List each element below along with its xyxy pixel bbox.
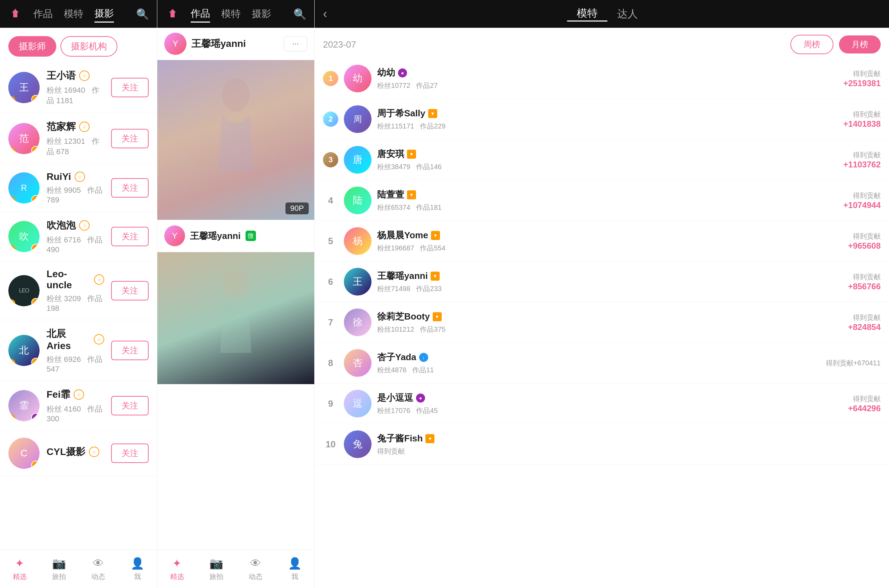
rank-stats: 粉丝71498 作品233 [377,285,442,292]
photographer-list: 王 ● V 王小语 ○ 粉丝 16940 作品 1181 关注 范 ● V [0,62,157,550]
left-nav-photo[interactable]: 摄影 [94,6,114,22]
rank-info: 幼幼 ● 粉丝10772 作品27 [377,67,838,90]
feed-scroll: Y 王馨瑶yanni ··· 90P Y 王馨瑶yanni 微 [157,28,314,550]
middle-logo [166,7,180,21]
feed-profile-btn[interactable]: ··· [284,36,307,51]
photographer-stats: 粉丝 3209 作品 198 [46,294,104,313]
avatar: 吹 ● V [8,221,40,252]
photographer-stats: 粉丝 6926 作品 547 [46,354,104,374]
follow-button[interactable]: 关注 [111,78,148,97]
rank-contribution: 得到贡献 +856766 [848,272,881,291]
photographer-info: 范家辉 ○ 粉丝 12301 作品 678 [46,120,104,157]
featured-label-m: 精选 [170,572,184,581]
tab-me-m[interactable]: 👤 我 [275,557,314,581]
rank-info: 是小逗逗 ● 粉丝17076 作品45 [377,392,843,416]
middle-search-icon[interactable]: 🔍 [294,8,306,20]
contribution-value: +1103762 [844,160,881,170]
contribution-value: +2519381 [844,78,881,88]
rank-stats: 粉丝65374 作品181 [377,204,442,211]
photographer-info: 王小语 ○ 粉丝 16940 作品 1181 [46,69,104,106]
left-top-nav: 作品 模特 摄影 🔍 [0,0,157,28]
rank-info: 王馨瑶yanni ▼ 粉丝71498 作品233 [377,270,843,294]
wechat-icon: 微 [246,231,256,241]
follow-button[interactable]: 关注 [111,444,148,463]
rank-list: 1 幼 幼幼 ● 粉丝10772 作品27 得到贡献 +2519381 2 [315,58,889,588]
orange-badge: ● [31,298,40,306]
middle-nav-photo[interactable]: 摄影 [252,6,271,22]
tab-featured-m[interactable]: ✦ 精选 [157,557,196,581]
list-item: 霏 ● V Fei霏 ○ 粉丝 4160 作品 300 关注 [0,381,157,430]
contribution-label: 得到贡献 [844,69,881,78]
blue-rank-badge: ↓ [419,353,428,362]
tab-me[interactable]: 👤 我 [118,557,157,581]
follow-button[interactable]: 关注 [111,227,148,246]
rank-avatar: 陆 [344,186,372,214]
follow-button[interactable]: 关注 [111,129,148,148]
contribution-label: 得到贡献 [848,394,881,404]
left-nav-models[interactable]: 模特 [64,6,83,22]
contribution-label: 得到贡献 [844,191,881,200]
photographer-name: 范家辉 [46,120,76,134]
middle-nav-works[interactable]: 作品 [190,6,210,22]
orange-circle-icon: ○ [79,122,90,132]
rank-number-plain: 8 [328,358,333,369]
orange-circle-icon: ○ [73,389,84,400]
orange-badge: ● [31,244,40,252]
filter-tab-photographer[interactable]: 摄影师 [8,36,56,57]
left-nav-works[interactable]: 作品 [33,6,53,22]
follow-button[interactable]: 关注 [111,341,148,360]
follow-button[interactable]: 关注 [111,281,148,300]
middle-nav-models[interactable]: 模特 [221,6,241,22]
orange-rank-badge: ▼ [428,109,437,118]
right-nav-models[interactable]: 模特 [567,6,607,21]
feed-username: 王馨瑶yanni [190,230,241,242]
follow-button[interactable]: 关注 [111,396,148,416]
rank-item: 3 唐 唐安琪 ▼ 粉丝38479 作品146 得到贡献 +1103762 [315,140,889,180]
photographer-name: CYL摄影 [46,445,85,459]
right-nav-expert[interactable]: 达人 [607,7,648,21]
tab-travel-m[interactable]: 📷 旅拍 [196,557,236,581]
orange-badge: ● [31,460,40,469]
orange-badge: ● [31,95,40,103]
left-panel: 作品 模特 摄影 🔍 摄影师 摄影机构 王 ● V 王小语 ○ 粉丝 16940… [0,0,157,588]
rank-avatar: 王 [344,268,372,296]
contribution-value: +856766 [848,282,881,291]
rank-name: 是小逗逗 [377,392,413,404]
list-item: 范 ● V 范家辉 ○ 粉丝 12301 作品 678 关注 [0,113,157,164]
list-item: R ● V RuiYi ○ 粉丝 9905 作品 789 关注 [0,164,157,212]
feed-image-container-2 [157,252,314,384]
filter-tab-agency[interactable]: 摄影机构 [60,36,117,57]
rank-name: 王馨瑶yanni [377,270,428,282]
rank-info: 杨晨晨Yome ▼ 粉丝196687 作品554 [377,229,843,253]
photographer-name: 吹泡泡 [46,219,76,232]
rank-badge-gold: 1 [323,71,338,86]
rank-number-plain: 4 [328,195,333,206]
rank-name: 杏子Yada [377,351,416,363]
rank-number-plain: 9 [328,398,333,409]
rank-contribution: 得到贡献 +1401838 [844,110,881,129]
tab-travel[interactable]: 📷 旅拍 [39,557,78,581]
tab-featured[interactable]: ✦ 精选 [0,557,39,581]
weekly-rank-btn[interactable]: 周榜 [790,35,834,54]
rank-avatar: 杏 [344,349,372,377]
monthly-rank-btn[interactable]: 月榜 [839,35,881,54]
tab-dynamic[interactable]: 👁 动态 [78,557,118,581]
photographer-name: Fei霏 [46,388,70,401]
avatar: 霏 ● V [8,390,40,421]
back-icon[interactable]: ‹ [323,7,334,21]
orange-rank-badge: ▼ [407,150,416,159]
orange-circle-icon: ○ [89,447,99,457]
avatar: R ● V [8,172,40,204]
rank-avatar: 杨 [344,227,372,255]
rank-avatar: 幼 [344,64,372,92]
feed-image-container: 90P [157,60,314,220]
follow-button[interactable]: 关注 [111,178,148,198]
rank-avatar: 兔 [344,430,372,458]
rank-name: 徐莉芝Booty [377,310,430,322]
photographer-stats: 粉丝 6716 作品 490 [46,235,104,254]
rank-stats: 粉丝196687 作品554 [377,244,445,252]
feed-user-row: Y 王馨瑶yanni 微 [157,220,314,252]
left-search-icon[interactable]: 🔍 [136,8,148,20]
tab-dynamic-m[interactable]: 👁 动态 [236,557,275,581]
rank-avatar: 徐 [344,308,372,336]
